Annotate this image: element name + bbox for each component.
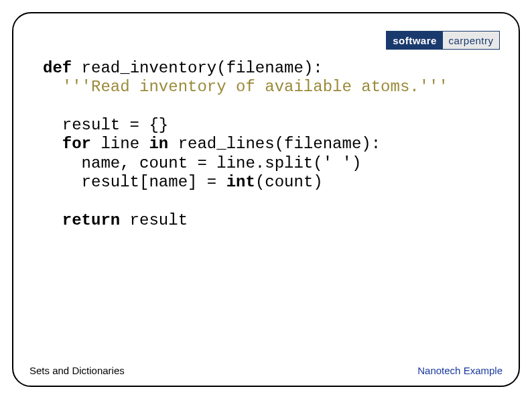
code-text: result[name] = xyxy=(43,173,226,191)
code-block: def read_inventory(filename): '''Read in… xyxy=(43,59,489,230)
code-text: line xyxy=(91,135,149,153)
code-text: read_inventory(filename): xyxy=(72,59,322,77)
keyword-int: int xyxy=(226,173,255,191)
code-text: result = {} xyxy=(43,116,168,134)
code-text: read_lines(filename): xyxy=(168,135,381,153)
slide-frame: software carpentry def read_inventory(fi… xyxy=(12,12,520,387)
keyword-def: def xyxy=(43,59,72,77)
keyword-return: return xyxy=(43,211,120,229)
keyword-in: in xyxy=(149,135,168,153)
docstring: '''Read inventory of available atoms.''' xyxy=(43,78,448,96)
code-text: result xyxy=(120,211,188,229)
keyword-for: for xyxy=(43,135,91,153)
code-text: (count) xyxy=(255,173,323,191)
logo-left: software xyxy=(387,32,443,49)
logo: software carpentry xyxy=(386,31,500,50)
code-text: name, count = line.split(' ') xyxy=(43,154,361,172)
logo-right: carpentry xyxy=(443,32,499,49)
footer-right: Nanotech Example xyxy=(417,365,503,376)
footer-left: Sets and Dictionaries xyxy=(29,365,125,376)
